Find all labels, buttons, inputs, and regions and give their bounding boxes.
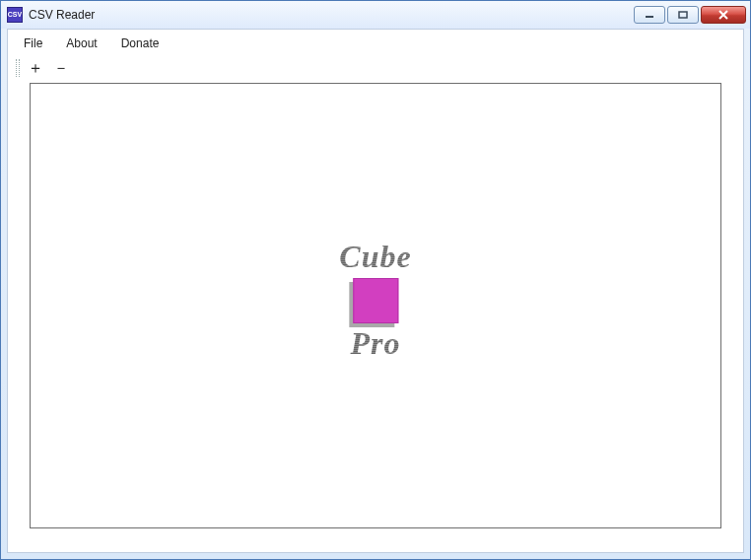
toolbar-grip [16, 59, 20, 77]
menubar: File About Donate [8, 30, 743, 57]
minimize-button[interactable] [634, 6, 665, 24]
close-icon [717, 10, 729, 20]
window-title: CSV Reader [29, 8, 95, 22]
maximize-button[interactable] [667, 6, 699, 24]
menu-file-label: File [24, 36, 42, 50]
plus-icon: ＋ [28, 60, 43, 76]
content-panel: Cube Pro [30, 83, 721, 528]
svg-rect-1 [679, 12, 687, 18]
app-icon-text: CSV [8, 11, 22, 19]
cube-face [353, 278, 398, 323]
toolbar: ＋ － [8, 57, 743, 83]
client-area: File About Donate ＋ － Cube Pro [7, 29, 744, 553]
close-button[interactable] [701, 6, 746, 24]
minus-icon: － [53, 60, 69, 76]
cube-icon [353, 278, 398, 323]
remove-button[interactable]: － [53, 60, 69, 76]
app-window: CSV CSV Reader File About Donate ＋ － Cub… [0, 0, 751, 560]
menu-donate-label: Donate [121, 36, 160, 50]
app-icon: CSV [7, 7, 23, 23]
maximize-icon [678, 11, 688, 19]
cube-graphic [339, 278, 411, 323]
titlebar[interactable]: CSV CSV Reader [1, 1, 750, 29]
menu-about[interactable]: About [56, 34, 106, 53]
brand-logo: Cube Pro [339, 241, 411, 359]
svg-rect-0 [646, 16, 653, 18]
logo-line2: Pro [339, 327, 411, 359]
menu-file[interactable]: File [14, 34, 52, 53]
logo-line1: Cube [339, 241, 411, 272]
add-button[interactable]: ＋ [28, 60, 43, 76]
menu-donate[interactable]: Donate [111, 34, 170, 53]
menu-about-label: About [66, 36, 97, 50]
minimize-icon [645, 11, 654, 19]
